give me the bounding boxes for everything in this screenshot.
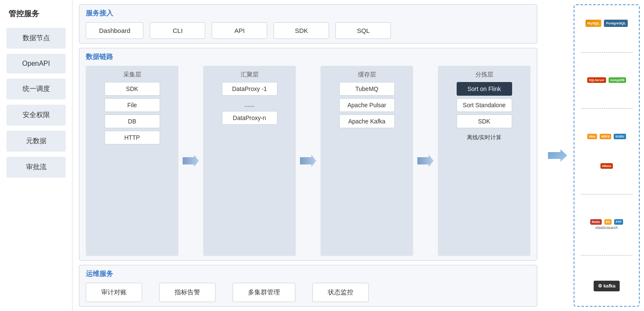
aggregate-dots: ......: [222, 98, 277, 111]
ops-row: 审计对账 指标告警 多集群管理 状态监控: [86, 283, 530, 302]
sep-2: [581, 108, 633, 109]
cache-tubemq: TubeMQ: [339, 82, 395, 96]
es-logo: ES: [604, 219, 612, 225]
cache-apache-pulsar: Apache Pulsar: [339, 98, 395, 112]
sort-flink: Sort on Flink: [457, 82, 512, 96]
collect-http: HTTP: [105, 131, 160, 144]
kafka-logo: ⚙ kafka: [594, 281, 620, 291]
data-chain-section: 数据链路 采集层 SDK File DB HTTP 汇聚层 DataProxy …: [79, 48, 537, 261]
sidebar-title: 管控服务: [0, 4, 72, 25]
logo-group-kafka: ⚙ kafka: [578, 281, 635, 291]
sort-layer: 分拣层 Sort on Flink Sort Standalone SDK 离线…: [438, 66, 530, 256]
sidebar-item-approval[interactable]: 审批流: [6, 157, 66, 178]
sidebar-item-security[interactable]: 安全权限: [6, 105, 66, 126]
service-input-title: 服务接入: [86, 9, 530, 18]
sidebar-item-data-node[interactable]: 数据节点: [6, 28, 66, 49]
data-chain-layers: 采集层 SDK File DB HTTP 汇聚层 DataProxy -1 ..…: [86, 66, 530, 256]
logo-group-db2: SQLServer mongoDB: [578, 77, 635, 83]
service-input-row: Dashboard CLI API SDK SQL: [86, 22, 530, 39]
data-chain-title: 数据链路: [86, 53, 530, 62]
sort-standalone: Sort Standalone: [457, 98, 512, 112]
arrow-cache-to-sort: [417, 66, 434, 256]
ops-monitor: 状态监控: [312, 283, 369, 302]
ftp-logo: FTP: [614, 219, 623, 225]
sep-1: [581, 52, 633, 53]
service-input-section: 服务接入 Dashboard CLI API SDK SQL: [79, 4, 537, 44]
es-label: elasticsearch: [595, 226, 618, 230]
ops-cluster: 多集群管理: [233, 283, 295, 302]
sort-offline-realtime: 离线/实时计算: [457, 131, 512, 144]
mongodb-logo: mongoDB: [609, 77, 626, 83]
arrow-collect-to-aggregate: [183, 66, 199, 256]
collect-layer-title: 采集层: [123, 71, 141, 79]
sidebar-item-metadata[interactable]: 元数据: [6, 131, 66, 152]
ops-alert: 指标告警: [159, 283, 216, 302]
hive-logo: Hive: [587, 134, 597, 139]
tech-logos-panel: MySQL PostgreSQL SQLServer mongoDB Hive …: [574, 4, 640, 307]
hdfs-logo: HDFS: [600, 134, 611, 139]
redis-logo: Redis: [590, 219, 602, 225]
main-content: 服务接入 Dashboard CLI API SDK SQL 数据链路 采集层 …: [73, 0, 544, 311]
collect-sdk: SDK: [105, 82, 160, 96]
sep-3: [581, 194, 633, 194]
aggregate-dataproxyn: DataProxy-n: [222, 111, 277, 125]
service-sdk: SDK: [274, 22, 329, 39]
sep-4: [581, 255, 633, 255]
arrow-aggregate-to-cache: [300, 66, 316, 256]
sort-sdk: SDK: [457, 114, 512, 128]
logo-group-db1: MySQL PostgreSQL: [578, 20, 635, 27]
aggregate-layer: 汇聚层 DataProxy -1 ...... DataProxy-n: [203, 66, 296, 256]
sidebar-item-openapi[interactable]: OpenAPI: [6, 54, 66, 73]
cache-apache-kafka: Apache Kafka: [339, 114, 395, 128]
ops-title: 运维服务: [86, 270, 530, 279]
collect-file: File: [105, 98, 160, 112]
sidebar-item-unified-schedule[interactable]: 统一调度: [6, 79, 66, 100]
logo-group-hbase: HBase: [578, 163, 635, 169]
service-dashboard: Dashboard: [86, 22, 143, 39]
ops-section: 运维服务 审计对账 指标告警 多集群管理 状态监控: [79, 265, 537, 307]
sidebar: 管控服务 数据节点 OpenAPI 统一调度 安全权限 元数据 审批流: [0, 0, 73, 311]
service-api: API: [212, 22, 267, 39]
cache-layer-title: 缓存层: [358, 71, 376, 79]
cache-layer: 缓存层 TubeMQ Apache Pulsar Apache Kafka: [321, 66, 413, 256]
ops-audit: 审计对账: [86, 283, 142, 302]
arrow-to-tech: [544, 0, 571, 311]
service-sql: SQL: [335, 22, 391, 39]
aggregate-dataproxy1: DataProxy -1: [222, 82, 277, 96]
aggregate-layer-title: 汇聚层: [241, 71, 259, 79]
collect-db: DB: [105, 114, 160, 128]
pg-logo: PostgreSQL: [604, 20, 628, 27]
logo-group-storage: Redis ES FTP elasticsearch: [578, 219, 635, 230]
kudu-logo: KUDU: [614, 134, 626, 139]
collect-layer: 采集层 SDK File DB HTTP: [86, 66, 178, 256]
sqlserver-logo: SQLServer: [587, 77, 606, 83]
service-cli: CLI: [150, 22, 205, 39]
sort-layer-title: 分拣层: [475, 71, 493, 79]
hbase-logo: HBase: [600, 163, 613, 169]
mysql-logo: MySQL: [586, 20, 602, 27]
logo-group-hadoop: Hive HDFS KUDU: [578, 134, 635, 139]
